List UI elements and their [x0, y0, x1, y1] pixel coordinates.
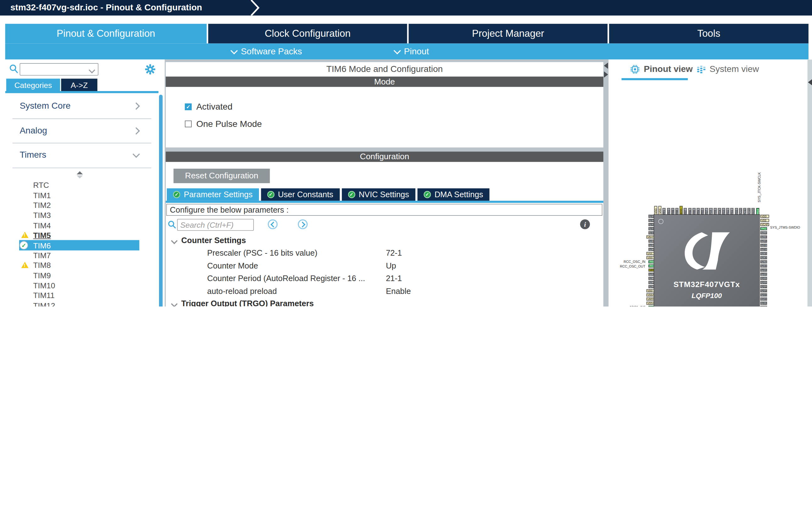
category-item[interactable]: Analog — [13, 119, 151, 143]
tab-clock-configuration[interactable]: Clock Configuration — [208, 24, 407, 44]
chip-pin[interactable]: PD8 — [761, 297, 767, 301]
timer-item[interactable]: TIM5 — [5, 230, 158, 240]
parameter-group[interactable]: Trigger Output (TRGO) Parameters — [166, 297, 603, 307]
pin-label: PC6 — [762, 265, 766, 268]
timer-item[interactable]: TIM9 — [5, 271, 158, 281]
signal-label-adc1-in0: ADC1_IN0 — [609, 305, 645, 307]
chip-pins-right: VDD VSS VCAP.. PA13 PA12 PA11 PA10 PA9 P… — [761, 215, 769, 307]
sidebar-scrollbar[interactable] — [159, 95, 163, 307]
chip-pin[interactable]: VDD — [761, 215, 769, 218]
expand-right-icon[interactable] — [604, 71, 608, 77]
pin-label: VCAP.. — [762, 223, 769, 226]
chip-body[interactable]: STM32F407VGTx LQFP100 — [654, 214, 760, 307]
parameter-row[interactable]: Counter Mode Up — [166, 260, 603, 272]
timer-label: TIM12 — [33, 301, 55, 307]
timer-label: TIM7 — [33, 251, 50, 260]
peripheral-search-combo[interactable] — [20, 63, 99, 76]
configuration-tab[interactable]: DMA Settings — [417, 188, 489, 201]
parameter-value: Up — [386, 261, 396, 271]
pin-label: PA13 — [762, 227, 767, 230]
chevron-icon — [133, 103, 140, 110]
timer-item[interactable]: TIM7 — [5, 250, 158, 261]
gear-icon[interactable] — [145, 64, 155, 74]
parameter-row[interactable]: auto-reload preload Enable — [166, 285, 603, 297]
checkbox[interactable] — [185, 121, 191, 127]
timer-item[interactable]: TIM6 — [19, 240, 139, 250]
chip-pin[interactable]: PB15 — [761, 302, 767, 305]
chip-pin[interactable]: PA13 — [761, 227, 767, 230]
reset-configuration-button[interactable]: Reset Configuration — [173, 169, 270, 183]
parameter-name: Prescaler (PSC - 16 bits value) — [207, 248, 317, 258]
sidebar-tab-underline — [5, 91, 158, 93]
tab-project-manager[interactable]: Project Manager — [409, 24, 607, 44]
chip-pin[interactable]: PC7 — [761, 260, 767, 264]
collapse-arrow-icon[interactable] — [808, 79, 812, 86]
timer-list-scroll-spinner[interactable] — [77, 171, 83, 178]
category-item[interactable]: Timers — [13, 143, 151, 168]
timer-list: RTC TIM1 TIM2 TIM3 — [5, 180, 158, 307]
timer-label: TIM4 — [33, 221, 50, 229]
tab-tools[interactable]: Tools — [609, 24, 809, 44]
timer-item[interactable]: TIM11 — [5, 291, 158, 301]
timer-item[interactable]: TIM4 — [5, 220, 158, 230]
sidebar-tab-categories[interactable]: Categories — [6, 78, 60, 91]
collapse-left-icon[interactable] — [604, 62, 608, 69]
chip-pin[interactable]: PD11 — [761, 285, 767, 288]
search-next-button[interactable] — [298, 219, 308, 229]
pin-label: PB6 — [688, 209, 691, 214]
chip-pin[interactable]: PD15 — [761, 269, 767, 272]
chip-pin[interactable]: PD10 — [761, 289, 767, 292]
parameter-row[interactable]: Prescaler (PSC - 16 bits value) 72-1 — [166, 247, 603, 260]
chip-pin[interactable]: PC8 — [761, 256, 767, 260]
parameter-search-input[interactable] — [177, 219, 254, 231]
chip-pin[interactable]: VSS — [761, 219, 769, 222]
timer-item[interactable]: TIM3 — [5, 210, 158, 220]
software-packs-dropdown[interactable]: Software Packs — [232, 43, 302, 59]
window-vertical-scrollbar[interactable] — [808, 59, 812, 307]
chip-pin[interactable]: PC9 — [761, 252, 767, 255]
chip-pin[interactable]: PA11 — [761, 235, 767, 239]
pin-label: VSS — [647, 252, 652, 255]
info-icon[interactable]: i — [580, 219, 590, 229]
configuration-tab[interactable]: Parameter Settings — [167, 188, 259, 201]
configuration-tab[interactable]: User Constants — [261, 188, 340, 201]
parameter-value: Enable — [386, 287, 411, 296]
signal-label-osc-in: RCC_OSC_IN — [609, 260, 645, 264]
search-previous-button[interactable] — [268, 219, 277, 229]
timer-item[interactable]: TIM2 — [5, 200, 158, 210]
timer-item[interactable]: TIM12 — [5, 301, 158, 307]
pin-label: PB9 — [671, 209, 674, 214]
timer-item[interactable]: TIM1 — [5, 190, 158, 200]
parameters-caption-box: Configure the below parameters : — [166, 204, 602, 216]
timer-item[interactable]: TIM8 — [5, 261, 158, 271]
timer-label: TIM9 — [33, 271, 50, 280]
panel-splitter[interactable] — [603, 59, 608, 307]
chip-pin[interactable]: PC6 — [761, 265, 767, 268]
chip-pin[interactable]: PD9 — [761, 293, 767, 297]
chip-pin[interactable]: PA9 — [761, 244, 767, 247]
timer-item[interactable]: RTC — [5, 180, 158, 190]
chip-pin[interactable]: PA12 — [761, 231, 767, 234]
configuration-section-bar: Configuration — [166, 152, 603, 162]
chip-pin[interactable]: PA10 — [761, 239, 767, 243]
chip-pin[interactable]: VCAP.. — [761, 223, 769, 226]
pinout-dropdown[interactable]: Pinout — [395, 43, 429, 59]
chip-pin[interactable]: PA8 — [761, 248, 767, 251]
sidebar-tab-a-z[interactable]: A->Z — [61, 78, 97, 91]
parameter-group[interactable]: Counter Settings — [166, 234, 603, 247]
chip-pin[interactable]: PD14 — [761, 273, 767, 276]
pin-label: PD0 — [735, 209, 738, 214]
chip-pin[interactable]: PD13 — [761, 277, 767, 280]
tab-pinout-configuration[interactable]: Pinout & Configuration — [5, 24, 207, 44]
timer-label: TIM5 — [33, 231, 50, 239]
chevron-right-icon — [299, 221, 305, 227]
timer-item[interactable]: TIM10 — [5, 281, 158, 291]
configuration-tab[interactable]: NVIC Settings — [342, 188, 415, 201]
chip-pin[interactable]: PB14 — [761, 306, 767, 307]
pin-label: PD11 — [762, 285, 767, 288]
checkbox[interactable] — [185, 104, 191, 110]
chip-pin[interactable]: PD12 — [761, 281, 767, 284]
mode-configuration-panel: TIM6 Mode and Configuration Mode Activat… — [165, 59, 609, 307]
category-item[interactable]: System Core — [13, 94, 151, 119]
parameter-row[interactable]: Counter Period (AutoReload Register - 16… — [166, 272, 603, 285]
